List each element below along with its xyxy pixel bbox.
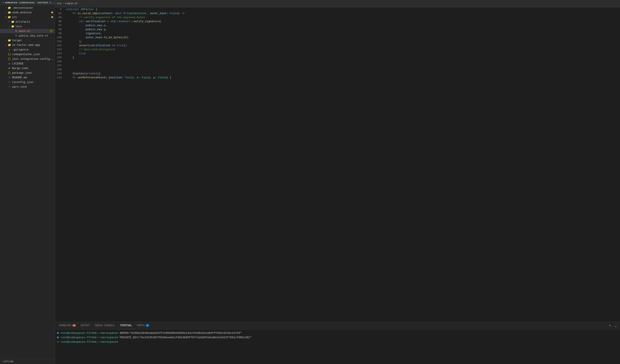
json-icon: {}: [8, 53, 11, 56]
code-line: 104 true: [55, 51, 620, 56]
sidebar-item-readme[interactable]: › ℹ README.md: [0, 75, 55, 80]
readme-label: README.md: [12, 76, 55, 79]
folder-icon: 📁: [11, 20, 14, 23]
sidebar-item-public-key-note[interactable]: › ≡ public_key_note.nr: [0, 33, 55, 38]
public-key-note-label: public_key_note.nr: [19, 34, 55, 37]
terminal-prompt: root@codespaces-f274eb:~/workspace#: [60, 340, 120, 344]
target-chevron-icon: ›: [4, 39, 7, 42]
terminal-panel: PROBLEMS 7 OUTPUT DEBUG CONSOLE TERMINAL…: [55, 322, 620, 364]
token: verification: [86, 20, 106, 23]
license-icon: ★: [8, 62, 11, 65]
src-label: src: [12, 16, 51, 19]
sidebar-item-jest-config[interactable]: › {} jest.integration.config.json: [0, 57, 55, 61]
output-label: OUTPUT: [81, 324, 90, 327]
sidebar-item-codegen-cache[interactable]: › {} codegenCache.json: [0, 52, 55, 57]
line-content: #[aztec(private)]: [65, 72, 620, 76]
tab-problems[interactable]: PROBLEMS 7: [57, 322, 78, 329]
line-content: assert(verification == true);: [65, 44, 620, 47]
breadcrumb-file[interactable]: main.nr: [67, 2, 78, 5]
token: ::: [130, 20, 133, 23]
workspace-header[interactable]: ▾ WORKSPACE [CODESPACES: CAUTIOUS C...: [0, 0, 55, 5]
sidebar-item-target[interactable]: › 📁 target: [0, 38, 55, 43]
terminal-dot-icon: [57, 341, 59, 343]
token: ==: [110, 44, 117, 47]
folder-open-icon: 📂: [8, 15, 11, 19]
readme-icon: ℹ: [8, 76, 11, 79]
sidebar-item-gitignore[interactable]: › ◆ .gitignore: [0, 47, 55, 52]
token: Field: [142, 76, 150, 79]
code-line: 108: [55, 68, 620, 72]
sidebar-item-devcontainer[interactable]: › 📁 .devcontainer: [0, 5, 55, 10]
sidebar-item-package-json[interactable]: › {} package.json: [0, 71, 55, 75]
token: )]: [97, 72, 101, 75]
token: Field: [170, 12, 178, 15]
code-line: 97 public_key.x,: [55, 23, 620, 28]
toml-icon: ⚙: [8, 66, 11, 70]
line-content: // docs:end:entrypoint: [65, 47, 620, 51]
token: is_valid_impl: [78, 12, 99, 15]
token: fn: [66, 12, 78, 15]
tab-ports[interactable]: PORTS 2: [135, 322, 152, 329]
devcontainer-label: .devcontainer: [12, 6, 55, 10]
code-line: 110 fn setReferencePoint( position: Fiel…: [55, 76, 620, 80]
code-scroll[interactable]: 6contract ZKFactor {81 fn is_valid_impl(…: [55, 7, 620, 322]
token: ) ->: [178, 12, 185, 15]
ports-badge: 2: [146, 324, 149, 327]
folder-icon-2: 📁: [8, 39, 11, 42]
token: (: [105, 76, 109, 79]
outline-section[interactable]: › OUTLINE: [0, 359, 55, 364]
token: position: [109, 76, 122, 79]
json-icon-2: {}: [8, 57, 11, 61]
file-nr-icon: ≡: [14, 29, 18, 33]
sidebar-item-yarn-lock[interactable]: › ⚓ yarn.lock: [0, 84, 55, 89]
tab-terminal[interactable]: TERMINAL: [117, 322, 135, 329]
tsconfig-icon: ⚙: [8, 80, 11, 84]
token: let: [66, 20, 86, 23]
panel-add-button[interactable]: +: [607, 323, 612, 328]
tab-output[interactable]: OUTPUT: [78, 322, 93, 329]
token: (: [99, 12, 101, 15]
sidebar-item-tsconfig[interactable]: › ⚙ tsconfig.json: [0, 80, 55, 84]
line-content: true: [65, 51, 620, 56]
sidebar-item-license[interactable]: › ★ LICENSE: [0, 61, 55, 66]
outline-label: OUTLINE: [4, 360, 14, 363]
terminal-prompt: root@codespaces-f274eb:~/workspace#: [60, 336, 120, 339]
sidebar-item-test[interactable]: › 📁 test: [0, 24, 55, 29]
code-line: 107: [55, 63, 620, 68]
sidebar-item-main-nr[interactable]: › ≡ main.nr 7: [0, 29, 55, 33]
ports-label: PORTS: [137, 324, 145, 327]
sidebar-item-node-modules[interactable]: › 📁 node_modules: [0, 10, 55, 15]
breadcrumb-src[interactable]: src: [57, 2, 62, 5]
sidebar-item-src[interactable]: ▾ 📂 src: [0, 15, 55, 19]
sidebar-item-zk-factor-web-app[interactable]: › 📁 zk-factor-web-app: [0, 43, 55, 47]
sidebar-item-nargo-toml[interactable]: › ⚙ Nargo.toml: [0, 66, 55, 71]
panel-chevron-button[interactable]: ⌄: [613, 323, 618, 328]
line-number: 95: [55, 15, 65, 19]
test-chevron-icon: ›: [8, 25, 11, 28]
terminal-content[interactable]: root@codespaces-f274eb:~/workspace# ADMI…: [55, 329, 620, 364]
token: ) {: [166, 76, 171, 79]
line-content: // verify signature of the payload bytes: [65, 15, 620, 19]
tab-debug-console[interactable]: DEBUG CONSOLE: [93, 322, 117, 329]
line-number: 98: [55, 28, 65, 31]
token: ,: [150, 76, 153, 79]
token: :: [166, 12, 170, 15]
token: Field: [158, 76, 166, 79]
sidebar-item-artifacts[interactable]: › 📁 artifacts: [0, 19, 55, 24]
token: public_key: [66, 24, 102, 27]
target-label: target: [12, 39, 55, 42]
token: true: [117, 44, 124, 47]
node-modules-chevron-icon: ›: [4, 11, 7, 14]
token: // verify signature of the payload bytes: [66, 16, 145, 19]
line-content: fn setReferencePoint( position: Field, x…: [65, 76, 620, 80]
terminal-command: ADMIN="0x08d13936ea0ab52f57e96b06644950e…: [120, 332, 242, 335]
token: 32: [124, 36, 127, 39]
line-number: 96: [55, 19, 65, 23]
outline-chevron-icon: ›: [2, 360, 3, 363]
node-modules-label: node_modules: [12, 11, 51, 14]
breadcrumb: src › ≡ main.nr: [55, 2, 80, 5]
token: signature,: [66, 32, 102, 35]
token: public_key: [66, 28, 102, 31]
token: #[: [66, 72, 76, 75]
main-nr-badge: 7: [49, 30, 53, 32]
